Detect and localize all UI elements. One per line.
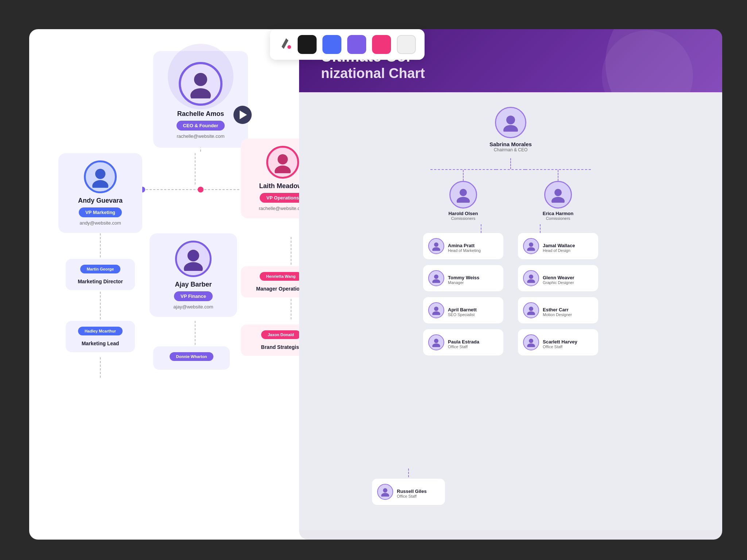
ceo-email: rachelle@website.com (160, 133, 241, 139)
rp-glenn-name: Glenn Weaver (543, 275, 574, 280)
rp-russell-name: Russell Giles (397, 489, 427, 494)
rp-node-april: April Barnett SEO Specialist (423, 297, 503, 323)
svg-point-31 (432, 279, 440, 283)
rp-ceo-avatar (495, 107, 526, 138)
svg-point-32 (434, 307, 438, 311)
rp-connector-1 (510, 158, 511, 169)
sub-node-donnie: Donnie Wharton (153, 346, 230, 370)
svg-point-4 (198, 187, 204, 192)
hadley-name-badge: Hadley Mcarthur (78, 327, 123, 335)
martin-role: Marketing Director (71, 279, 129, 284)
svg-point-16 (95, 169, 105, 179)
svg-point-25 (457, 197, 470, 203)
svg-point-26 (554, 189, 562, 196)
rp-paula-name: Paula Estrada (448, 339, 479, 345)
rp-tommy-role: Manager (448, 280, 479, 285)
rp-april-name: April Barnett (448, 307, 477, 312)
martin-name-badge: Martin George (80, 265, 121, 273)
svg-point-38 (529, 275, 533, 279)
rp-amina-name: Amina Pratt (448, 243, 481, 248)
rp-scarlett-name: Scarlett Harvey (543, 339, 577, 345)
svg-point-39 (527, 279, 535, 283)
svg-point-19 (275, 166, 291, 173)
rp-harold-name: Harold Olsen (449, 211, 478, 216)
vp-left-card: Andy Guevara VP Marketing andy@website.c… (58, 153, 142, 233)
hadley-role: Marketing Lead (71, 341, 129, 346)
ceo-avatar-wrapper (179, 62, 222, 106)
rp-amina-role: Head of Marketing (448, 248, 481, 253)
svg-point-41 (527, 311, 535, 315)
svg-point-45 (381, 493, 389, 497)
rp-harold-avatar (449, 181, 477, 209)
svg-point-35 (432, 343, 440, 347)
donnie-name-badge: Donnie Wharton (170, 352, 214, 361)
rp-russell-role: Office Staff (397, 494, 427, 498)
color-toolbar (270, 29, 425, 60)
rp-jamal-role: Head of Design (543, 248, 575, 253)
sub-node-martin: Martin George Marketing Director (66, 259, 135, 290)
rp-glenn-role: Graphic Designer (543, 280, 574, 285)
rp-erica-name: Erica Harmon (543, 211, 574, 216)
rp-april-role: SEO Specialist (448, 312, 477, 317)
svg-point-37 (527, 247, 535, 251)
rp-node-tommy: Tommy Weiss Manager (423, 265, 503, 291)
svg-point-28 (434, 242, 438, 247)
svg-point-43 (527, 343, 535, 347)
svg-point-42 (529, 339, 533, 343)
play-button[interactable] (233, 106, 252, 124)
svg-point-33 (432, 311, 440, 315)
svg-point-24 (460, 189, 467, 196)
rp-esther-role: Motion Designer (543, 312, 572, 317)
jaxon-name-badge: Jaxon Donald (261, 330, 301, 339)
right-org-chart-panel: Ultimate Co. nizational Chart Sabrina Mo… (299, 29, 722, 540)
color-swatch-white[interactable] (397, 35, 416, 54)
rp-erica-avatar (544, 181, 572, 209)
vp-mid-card: Ajay Barber VP Finance ajay@website.com (150, 233, 237, 317)
vp-left-name: Andy Guevara (66, 197, 135, 205)
svg-point-29 (432, 247, 440, 251)
vp-mid-name: Ajay Barber (157, 281, 230, 288)
color-swatch-purple[interactable] (347, 35, 366, 54)
rp-esther-name: Esther Carr (543, 307, 572, 312)
svg-point-34 (434, 339, 438, 343)
svg-point-21 (184, 262, 203, 271)
color-swatch-blue[interactable] (322, 35, 341, 54)
rp-ceo-name: Sabrina Morales (489, 141, 532, 147)
vp-left-email: andy@website.com (66, 220, 135, 226)
vp-mid-role: VP Finance (174, 291, 213, 301)
paint-bucket-icon[interactable] (279, 36, 292, 52)
henrietta-name-badge: Henrietta Wang (260, 272, 302, 281)
svg-point-22 (506, 116, 515, 124)
rp-node-esther: Esther Carr Motion Designer (518, 297, 598, 323)
rp-harold-role: Comissioners (451, 216, 476, 221)
svg-point-14 (194, 73, 207, 86)
rp-ceo-role: Chairman & CEO (494, 147, 528, 152)
vp-right-role: VP Operations (260, 193, 305, 203)
svg-point-23 (503, 125, 518, 132)
rp-node-glenn: Glenn Weaver Graphic Designer (518, 265, 598, 291)
rp-scarlett-role: Office Staff (543, 345, 577, 349)
svg-point-44 (383, 488, 387, 493)
rp-jamal-name: Jamal Wallace (543, 243, 575, 248)
rp-node-jamal: Jamal Wallace Head of Design (518, 233, 598, 259)
svg-point-18 (278, 154, 288, 164)
vp-mid-email: ajay@website.com (157, 304, 230, 310)
rp-erica-role: Comissioners (546, 216, 570, 221)
rp-connector-harold (481, 224, 481, 233)
rp-connector-erica (540, 224, 541, 233)
svg-point-20 (187, 250, 199, 261)
color-swatch-black[interactable] (298, 35, 317, 54)
ceo-role-badge: CEO & Founder (177, 121, 225, 131)
svg-point-30 (434, 275, 438, 279)
rp-node-russell: Russell Giles Office Staff (372, 479, 445, 505)
rp-node-amina: Amina Pratt Head of Marketing (423, 233, 503, 259)
rp-paula-role: Office Staff (448, 345, 479, 349)
rp-node-paula: Paula Estrada Office Staff (423, 329, 503, 355)
svg-point-27 (551, 197, 565, 203)
rp-tommy-name: Tommy Weiss (448, 275, 479, 280)
ceo-card: Rachelle Amos CEO & Founder rachelle@web… (153, 51, 248, 148)
svg-point-40 (529, 307, 533, 311)
svg-point-36 (529, 242, 533, 247)
svg-point-17 (92, 180, 108, 188)
color-swatch-pink[interactable] (372, 35, 391, 54)
